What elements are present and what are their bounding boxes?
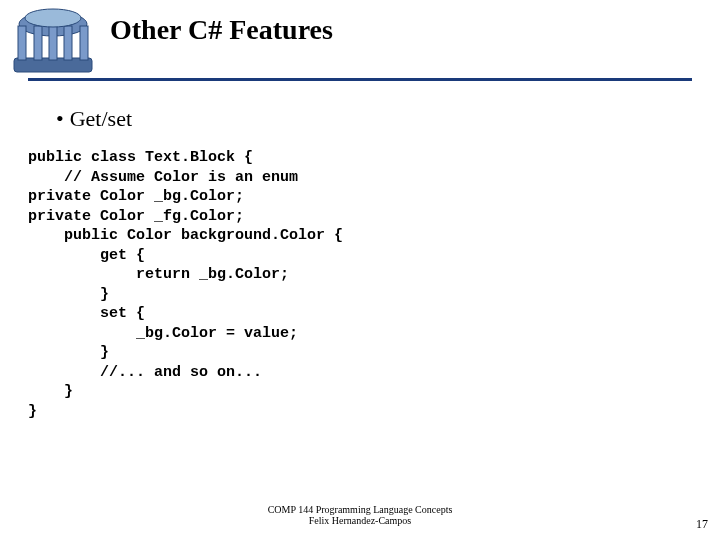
- footer: COMP 144 Programming Language Concepts F…: [0, 504, 720, 526]
- svg-rect-2: [18, 26, 26, 60]
- footer-author: Felix Hernandez-Campos: [0, 515, 720, 526]
- page-number: 17: [696, 517, 708, 532]
- title-underline: [28, 78, 692, 81]
- code-block: public class Text.Block { // Assume Colo…: [28, 148, 343, 421]
- footer-course: COMP 144 Programming Language Concepts: [0, 504, 720, 515]
- bullet-item: •Get/set: [56, 106, 132, 132]
- slide-logo: [8, 0, 98, 82]
- slide-title: Other C# Features: [110, 14, 333, 46]
- svg-point-7: [25, 9, 81, 27]
- bullet-text: Get/set: [70, 106, 132, 131]
- svg-rect-4: [49, 26, 57, 60]
- svg-rect-3: [34, 26, 42, 60]
- bullet-dot: •: [56, 106, 64, 131]
- svg-rect-5: [64, 26, 72, 60]
- svg-rect-6: [80, 26, 88, 60]
